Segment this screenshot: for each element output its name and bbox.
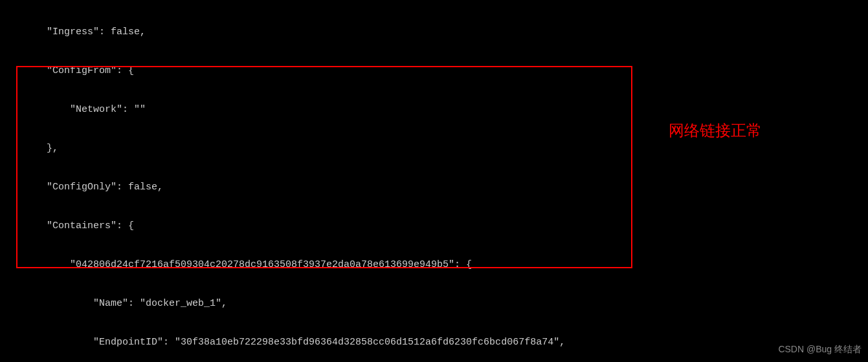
json-line: "ConfigOnly": false, (0, 181, 868, 194)
json-line: "042806d24cf7216af509304c20278dc9163508f… (0, 259, 868, 272)
json-line: "Ingress": false, (0, 26, 868, 39)
json-line: "EndpointID": "30f38a10eb722298e33bfd963… (0, 336, 868, 349)
json-line: }, (0, 142, 868, 155)
json-line: "Name": "docker_web_1", (0, 297, 868, 310)
annotation-label: 网络链接正常 (669, 124, 762, 137)
watermark: CSDN @Bug 终结者 (778, 343, 862, 356)
terminal-output: "Ingress": false, "ConfigFrom": { "Netwo… (0, 0, 868, 362)
json-line: "ConfigFrom": { (0, 65, 868, 78)
json-line: "Containers": { (0, 220, 868, 233)
json-line: "Network": "" (0, 103, 868, 116)
